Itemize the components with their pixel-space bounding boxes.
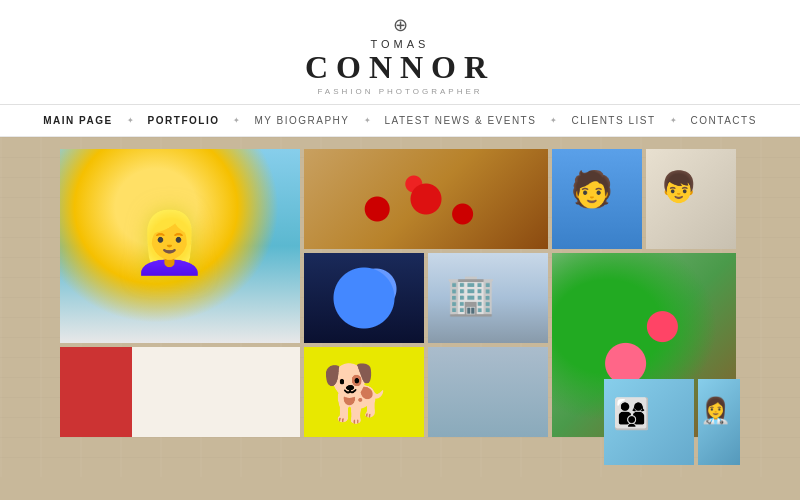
site-header: ⊕ TOMAS CONNOR FASHION PHOTOGRAPHER — [0, 0, 800, 105]
nav-dot-5: ✦ — [668, 116, 679, 125]
photo-modern-building[interactable] — [428, 253, 548, 343]
photo-woman-yellow-hair[interactable] — [60, 149, 300, 343]
header-subtitle: FASHION PHOTOGRAPHER — [0, 87, 800, 96]
photo-food-pizza[interactable] — [304, 149, 548, 249]
nav-clients[interactable]: CLIENTS LIST — [559, 115, 667, 126]
nav-biography[interactable]: MY BIOGRAPHY — [242, 115, 361, 126]
nav-contacts[interactable]: CONTACTS — [679, 115, 769, 126]
photo-family[interactable] — [604, 379, 694, 465]
camera-icon: ⊕ — [0, 14, 800, 36]
nav-dot-1: ✦ — [125, 116, 136, 125]
photo-sushi[interactable] — [60, 347, 300, 437]
nav-dot-4: ✦ — [548, 116, 559, 125]
photo-man-portrait[interactable] — [552, 149, 642, 249]
photo-child-portrait[interactable] — [646, 149, 736, 249]
nav-main-page[interactable]: MAIN PAGE — [31, 115, 124, 126]
main-nav: MAIN PAGE ✦ PORTFOLIO ✦ MY BIOGRAPHY ✦ L… — [0, 105, 800, 137]
nav-portfolio[interactable]: PORTFOLIO — [136, 115, 232, 126]
photo-medical[interactable] — [698, 379, 740, 465]
photo-night-building[interactable] — [304, 253, 424, 343]
header-connor: CONNOR — [0, 50, 800, 85]
gallery-background — [0, 137, 800, 477]
nav-dot-3: ✦ — [362, 116, 373, 125]
photo-dog[interactable] — [304, 347, 424, 437]
nav-dot-2: ✦ — [231, 116, 242, 125]
photo-street[interactable] — [428, 347, 548, 437]
nav-news[interactable]: LATEST NEWS & EVENTS — [373, 115, 549, 126]
